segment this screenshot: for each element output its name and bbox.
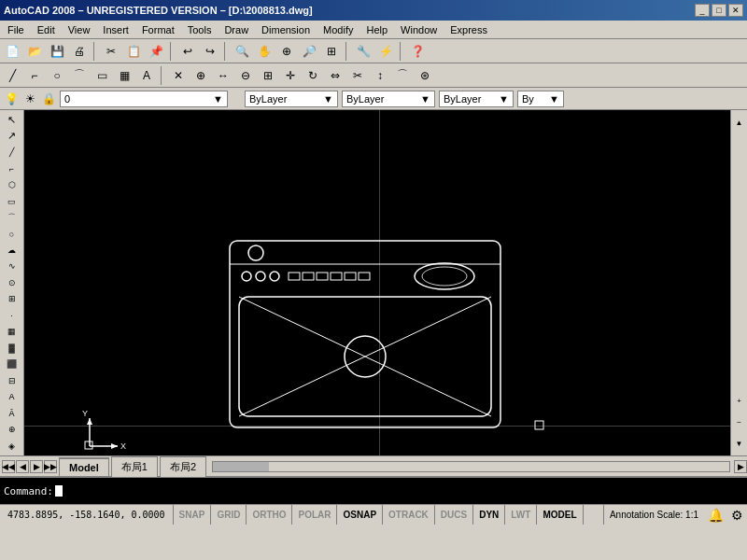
plot-button[interactable]: 🖨: [69, 41, 90, 62]
copy-button[interactable]: 📋: [123, 41, 144, 62]
lineweight-dropdown[interactable]: ByLayer ▼: [439, 91, 514, 107]
lt-mtext[interactable]: Ā: [2, 405, 22, 420]
line-button[interactable]: ╱: [2, 65, 22, 86]
menu-help[interactable]: Help: [360, 22, 393, 37]
lt-surface[interactable]: ⊕: [2, 422, 22, 437]
explode-button[interactable]: ⊛: [415, 65, 435, 86]
lt-ellipse[interactable]: ⊙: [2, 275, 22, 290]
erase-button[interactable]: ✕: [168, 65, 189, 86]
lt-pick2[interactable]: ↗: [2, 128, 22, 143]
minimize-button[interactable]: _: [695, 4, 710, 17]
rt-scroll-down[interactable]: ▼: [732, 433, 747, 454]
model-button[interactable]: MODEL: [537, 505, 583, 525]
annotation-scale[interactable]: Annotation Scale: 1:1: [603, 505, 704, 525]
lt-spline[interactable]: ∿: [2, 259, 22, 273]
offset-button[interactable]: ⊖: [235, 65, 256, 86]
arc-button[interactable]: ⌒: [69, 65, 90, 86]
tab-model[interactable]: Model: [59, 457, 109, 476]
polar-button[interactable]: POLAR: [292, 505, 337, 525]
dyn-button[interactable]: DYN: [473, 505, 505, 525]
lt-3dface[interactable]: ◈: [2, 438, 22, 453]
scale-button[interactable]: ⇔: [325, 65, 345, 86]
lt-region[interactable]: ⬛: [2, 357, 22, 371]
menu-insert[interactable]: Insert: [97, 22, 134, 37]
move-button[interactable]: ✛: [280, 65, 301, 86]
settings-icon[interactable]: ⚙: [727, 508, 747, 523]
linetype-dropdown[interactable]: ByLayer ▼: [342, 91, 435, 107]
menu-draw[interactable]: Draw: [218, 22, 254, 37]
properties-button[interactable]: 🔧: [353, 41, 374, 62]
lt-line[interactable]: ╱: [2, 145, 22, 160]
undo-button[interactable]: ↩: [177, 41, 198, 62]
extend-button[interactable]: ↕: [370, 65, 390, 86]
menu-express[interactable]: Express: [444, 22, 493, 37]
menu-window[interactable]: Window: [395, 22, 443, 37]
lt-cloud[interactable]: ☁: [2, 243, 22, 258]
layer-dropdown[interactable]: 0 ▼: [60, 91, 228, 107]
ortho-button[interactable]: ORTHO: [247, 505, 292, 525]
open-button[interactable]: 📂: [24, 41, 45, 62]
copy-obj-button[interactable]: ⊕: [190, 65, 211, 86]
tab-layout1[interactable]: 布局1: [111, 456, 158, 477]
zoom-extents[interactable]: ⊞: [321, 41, 342, 62]
zoom-window[interactable]: ⊕: [276, 41, 297, 62]
lt-table[interactable]: ⊟: [2, 373, 22, 388]
ducs-button[interactable]: DUCS: [435, 505, 473, 525]
lwt-button[interactable]: LWT: [505, 505, 537, 525]
lt-pick[interactable]: ↖: [2, 112, 22, 127]
text-button[interactable]: A: [136, 65, 157, 86]
lt-arc[interactable]: ⌒: [2, 210, 22, 225]
snap-button[interactable]: SNAP: [174, 505, 212, 525]
menu-tools[interactable]: Tools: [182, 22, 218, 37]
menu-view[interactable]: View: [63, 22, 96, 37]
lt-point[interactable]: ·: [2, 308, 22, 323]
rectangle-button[interactable]: ▭: [92, 65, 112, 86]
lt-polygon[interactable]: ⬡: [2, 177, 22, 192]
lt-text[interactable]: A: [2, 389, 22, 404]
array-button[interactable]: ⊞: [258, 65, 278, 86]
match-properties[interactable]: ⚡: [375, 41, 396, 62]
paste-button[interactable]: 📌: [146, 41, 166, 62]
h-scrollbar-thumb[interactable]: [213, 462, 269, 471]
polyline-button[interactable]: ⌐: [24, 65, 45, 86]
tab-last-button[interactable]: ▶▶: [44, 460, 57, 473]
menu-modify[interactable]: Modify: [317, 22, 359, 37]
notification-icon[interactable]: 🔔: [704, 508, 727, 523]
zoom-realtime[interactable]: 🔍: [232, 41, 252, 62]
rt-scroll-up[interactable]: ▲: [732, 112, 747, 133]
grid-button[interactable]: GRID: [211, 505, 247, 525]
trim-button[interactable]: ✂: [347, 65, 368, 86]
mirror-button[interactable]: ↔: [213, 65, 233, 86]
rt-zoom-out[interactable]: −: [732, 412, 747, 432]
h-scroll-right[interactable]: ▶: [734, 460, 747, 473]
lt-rect[interactable]: ▭: [2, 193, 22, 208]
close-button[interactable]: ✕: [728, 4, 743, 17]
menu-edit[interactable]: Edit: [32, 22, 61, 37]
canvas-area[interactable]: Y X: [24, 110, 730, 455]
rotate-button[interactable]: ↻: [303, 65, 323, 86]
redo-button[interactable]: ↪: [200, 41, 220, 62]
lt-polyline[interactable]: ⌐: [2, 161, 22, 175]
maximize-button[interactable]: □: [712, 4, 726, 17]
pan-button[interactable]: ✋: [254, 41, 275, 62]
save-button[interactable]: 💾: [47, 41, 67, 62]
hatch-button[interactable]: ▦: [114, 65, 134, 86]
fillet-button[interactable]: ⌒: [392, 65, 413, 86]
lt-gradient[interactable]: ▓: [2, 341, 22, 356]
tab-first-button[interactable]: ◀◀: [2, 460, 15, 473]
lt-hatch[interactable]: ▦: [2, 324, 22, 339]
help-button[interactable]: ❓: [407, 41, 428, 62]
osnap-button[interactable]: OSNAP: [337, 505, 383, 525]
plot-dropdown[interactable]: By ▼: [517, 91, 564, 107]
rt-zoom-in[interactable]: +: [732, 390, 747, 411]
menu-format[interactable]: Format: [136, 22, 180, 37]
tab-prev-button[interactable]: ◀: [16, 460, 29, 473]
lt-insert[interactable]: ⊞: [2, 291, 22, 306]
cut-button[interactable]: ✂: [101, 41, 121, 62]
tab-layout2[interactable]: 布局2: [160, 456, 206, 477]
color-dropdown[interactable]: ByLayer ▼: [245, 91, 338, 107]
h-scrollbar-track[interactable]: [212, 461, 730, 472]
lt-circle[interactable]: ○: [2, 226, 22, 241]
new-button[interactable]: 📄: [2, 41, 22, 62]
zoom-previous[interactable]: 🔎: [299, 41, 319, 62]
